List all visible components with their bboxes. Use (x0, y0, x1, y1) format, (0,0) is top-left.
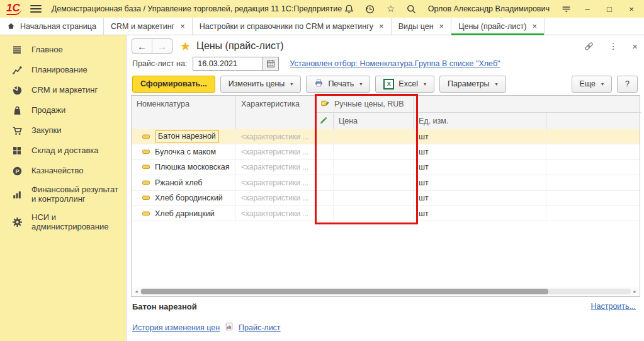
parameters-button[interactable]: Параметры ▾ (439, 76, 506, 93)
main-menu-button[interactable] (30, 5, 42, 13)
excel-button[interactable]: X Excel ▾ (375, 76, 434, 93)
back-button[interactable]: ← (132, 39, 152, 53)
item-name[interactable]: Плюшка московская (155, 163, 229, 171)
close-button[interactable]: × (625, 4, 638, 14)
sidebar-item-label: Казначейство (31, 166, 83, 176)
price-list-table: Номенклатура Характеристика Ручные цены,… (131, 95, 640, 297)
item-name[interactable]: Хлеб бородинский (155, 194, 223, 202)
pencil-column-header[interactable] (315, 113, 334, 129)
generate-button[interactable]: Сформировать... (132, 76, 215, 93)
1c-logo: 1С (6, 3, 21, 15)
calendar-icon[interactable] (262, 57, 278, 70)
change-prices-button[interactable]: Изменить цены ▾ (220, 76, 302, 93)
form-close-icon[interactable]: × (632, 41, 638, 52)
scrollbar-track[interactable] (140, 289, 631, 294)
button-label: Печать (328, 79, 354, 88)
tab-crm-settings[interactable]: Настройки и справочники по CRM и маркети… (193, 18, 392, 35)
edit-pencil-icon (319, 116, 328, 127)
column-header-empty-top (414, 96, 641, 113)
price-cell[interactable] (334, 144, 414, 159)
table-header: Номенклатура Характеристика Ручные цены,… (132, 96, 640, 130)
pricelist-report-link[interactable]: Прайс-лист (239, 323, 281, 332)
tab-label: Виды цен (398, 22, 434, 31)
tab-close-icon[interactable]: × (439, 22, 444, 30)
column-header-characteristic[interactable]: Характеристика (236, 96, 315, 129)
pie-chart-icon (11, 84, 23, 96)
favorites-star-icon[interactable]: ☆ (385, 3, 397, 14)
tab-close-icon[interactable]: × (180, 22, 185, 30)
unit-cell: шт (414, 175, 546, 190)
maximize-button[interactable]: □ (603, 4, 616, 14)
service-menu-icon[interactable] (560, 3, 572, 14)
notifications-bell-icon[interactable] (344, 3, 355, 14)
price-cell[interactable] (334, 206, 414, 221)
titlebar: 1С Демонстрационная база / Управление то… (0, 0, 644, 18)
more-menu-icon[interactable]: ⋮ (609, 41, 618, 51)
scroll-right-arrow-icon[interactable]: ▸ (631, 287, 639, 296)
more-button[interactable]: Еще ▾ (572, 76, 612, 93)
sidebar-item-administration[interactable]: НСИ и администрирование (0, 209, 126, 236)
forward-button[interactable]: → (152, 39, 172, 53)
column-header-unit[interactable]: Ед. изм. (414, 113, 546, 129)
tab-price-kinds[interactable]: Виды цен × (392, 18, 452, 35)
history-icon[interactable] (364, 3, 376, 14)
column-header-manual-prices[interactable]: Ручные цены, RUB (315, 96, 414, 113)
item-name[interactable]: Булочка с маком (155, 147, 216, 156)
empty-cell (546, 175, 640, 190)
table-row[interactable]: Батон нарезной <характеристики ... шт (132, 129, 640, 144)
favorite-star-icon[interactable]: ★ (180, 40, 191, 52)
item-icon (142, 209, 150, 218)
current-user-name[interactable]: Орлов Александр Владимирович (428, 4, 550, 13)
column-header-nomenclature[interactable]: Номенклатура (132, 96, 236, 129)
tab-home[interactable]: Начальная страница (0, 18, 104, 35)
horizontal-scrollbar[interactable]: ◂ ▸ (132, 287, 639, 296)
table-row[interactable]: Хлеб бородинский <характеристики ... шт (132, 191, 640, 206)
sidebar-item-crm-marketing[interactable]: CRM и маркетинг (0, 80, 126, 100)
chevron-down-icon: ▾ (359, 81, 362, 87)
item-characteristic: <характеристики ... (236, 206, 315, 221)
button-label: Еще (580, 79, 596, 88)
sidebar-item-warehouse[interactable]: Склад и доставка (0, 141, 126, 161)
column-header-price[interactable]: Цена (334, 113, 414, 129)
sidebar-item-finresult[interactable]: Финансовый результат и контроллинг (0, 181, 126, 209)
tab-close-icon[interactable]: × (532, 22, 537, 30)
tab-close-icon[interactable]: × (379, 22, 384, 30)
item-name[interactable]: Хлеб дарницкий (155, 209, 215, 218)
sidebar-item-label: Продажи (31, 106, 65, 115)
pencil-cell (315, 206, 334, 221)
tab-prices-pricelist[interactable]: Цены (прайс-лист) × (451, 18, 545, 35)
pencil-cell (315, 175, 334, 190)
scroll-left-arrow-icon[interactable]: ◂ (132, 287, 140, 296)
print-button[interactable]: Печать ▾ (306, 76, 370, 93)
price-cell[interactable] (334, 160, 414, 175)
sidebar-item-treasury[interactable]: Р Казначейство (0, 161, 126, 181)
scrollbar-thumb[interactable] (141, 289, 548, 294)
price-cell[interactable] (334, 129, 414, 144)
configure-link[interactable]: Настроить... (591, 302, 636, 311)
table-row[interactable]: Хлеб дарницкий <характеристики ... шт (132, 206, 640, 221)
table-row[interactable]: Ржаной хлеб <характеристики ... шт (132, 175, 640, 190)
shopping-cart-icon (11, 125, 23, 136)
table-row[interactable]: Булочка с маком <характеристики ... шт (132, 144, 640, 159)
sidebar-item-planning[interactable]: Планирование (0, 60, 126, 80)
search-icon[interactable] (406, 3, 417, 14)
tab-crm-marketing[interactable]: CRM и маркетинг × (104, 18, 193, 35)
filter-link[interactable]: Установлен отбор: Номенклатура.Группа В … (290, 59, 500, 68)
price-cell[interactable] (334, 191, 414, 205)
sidebar-item-sales[interactable]: Продажи (0, 100, 126, 120)
unit-cell: шт (414, 206, 546, 221)
sidebar-item-main[interactable]: Главное (0, 40, 126, 60)
item-name[interactable]: Батон нарезной (155, 130, 219, 142)
minimize-button[interactable]: – (581, 4, 594, 14)
price-cell[interactable] (334, 175, 414, 190)
item-characteristic: <характеристики ... (236, 175, 315, 190)
table-row[interactable]: Плюшка московская <характеристики ... шт (132, 160, 640, 175)
get-link-icon[interactable] (584, 41, 594, 52)
item-name[interactable]: Ржаной хлеб (155, 178, 202, 187)
form-area: ← → ★ Цены (прайс-лист) ⋮ × Прайс-лист н… (126, 35, 644, 341)
date-input[interactable]: 16.03.2021 (193, 57, 262, 70)
sidebar-item-purchases[interactable]: Закупки (0, 120, 126, 141)
price-history-link[interactable]: История изменения цен (132, 323, 220, 332)
help-button[interactable]: ? (617, 76, 638, 93)
item-characteristic: <характеристики ... (236, 129, 315, 144)
